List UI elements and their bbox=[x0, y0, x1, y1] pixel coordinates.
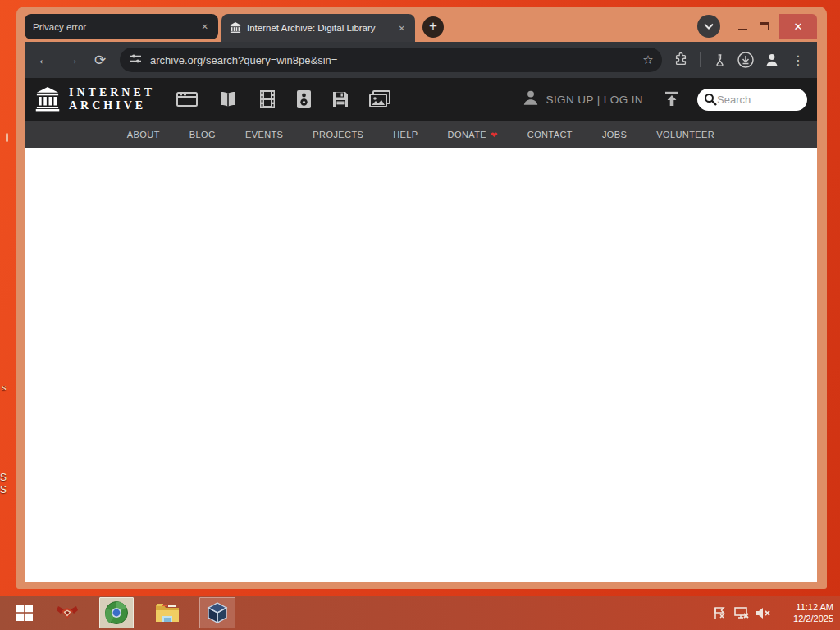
upload-icon[interactable] bbox=[663, 91, 681, 107]
taskbar-file-explorer-button[interactable] bbox=[149, 597, 185, 628]
texts-icon[interactable] bbox=[217, 90, 239, 108]
tray-network-icon[interactable] bbox=[734, 596, 750, 630]
tab-search-button[interactable] bbox=[697, 15, 720, 38]
nav-item-help[interactable]: HELP bbox=[393, 130, 418, 139]
clock-time: 11:12 AM bbox=[793, 601, 833, 613]
nav-item-projects[interactable]: PROJECTS bbox=[313, 130, 363, 139]
profile-avatar-icon[interactable] bbox=[761, 49, 783, 71]
video-icon[interactable] bbox=[258, 89, 276, 109]
media-type-icons bbox=[176, 89, 390, 109]
tab-internet-archive[interactable]: Internet Archive: Digital Library ✕ bbox=[221, 14, 415, 42]
taskbar-virtualbox-button[interactable] bbox=[199, 597, 235, 628]
nav-item-volunteer[interactable]: VOLUNTEER bbox=[656, 130, 714, 139]
desktop-label-fragment: S bbox=[0, 472, 7, 483]
tab-close-icon[interactable]: ✕ bbox=[199, 21, 212, 33]
tab-title: Privacy error bbox=[33, 22, 199, 32]
clock-date: 12/2/2025 bbox=[793, 613, 833, 624]
browser-window: Privacy error ✕ Internet Archive: Digita… bbox=[16, 7, 827, 589]
site-search-box[interactable] bbox=[697, 89, 807, 111]
window-controls: ✕ bbox=[697, 11, 817, 42]
desktop: s S S Privacy error ✕ Internet Archive: … bbox=[0, 0, 840, 630]
bookmark-star-icon[interactable]: ☆ bbox=[637, 52, 659, 67]
desktop-icon-fragment bbox=[6, 133, 8, 142]
browser-menu-icon[interactable]: ⋮ bbox=[788, 49, 809, 71]
internet-archive-nav: ABOUT BLOG EVENTS PROJECTS HELP DONATE❤ … bbox=[25, 121, 817, 148]
wordmark-line2: ARCHIVE bbox=[69, 99, 155, 112]
maximize-button[interactable] bbox=[753, 22, 774, 30]
new-tab-button[interactable]: + bbox=[422, 16, 444, 38]
address-bar[interactable]: archive.org/search?query=win8pe&sin= ☆ bbox=[120, 48, 662, 72]
nav-item-jobs[interactable]: JOBS bbox=[602, 130, 627, 139]
url-text: archive.org/search?query=win8pe&sin= bbox=[150, 54, 637, 66]
signup-login-link[interactable]: SIGN UP | LOG IN bbox=[546, 94, 643, 106]
toolbar-separator bbox=[700, 52, 701, 67]
search-icon bbox=[704, 93, 717, 106]
labs-flask-icon[interactable] bbox=[709, 49, 730, 71]
folder-icon bbox=[154, 602, 180, 623]
page-content-blank bbox=[25, 148, 817, 582]
heart-icon: ❤ bbox=[491, 130, 498, 139]
tray-action-center-icon[interactable] bbox=[713, 596, 727, 630]
tray-volume-muted-icon[interactable] bbox=[756, 596, 771, 630]
reload-button[interactable]: ⟳ bbox=[89, 48, 112, 71]
taskbar: 11:12 AM 12/2/2025 bbox=[0, 596, 840, 630]
wordmark-line1: INTERNET bbox=[69, 86, 155, 99]
tab-close-icon[interactable]: ✕ bbox=[395, 22, 409, 34]
tab-strip: Privacy error ✕ Internet Archive: Digita… bbox=[25, 11, 817, 42]
windows-logo-icon bbox=[16, 605, 33, 621]
nav-item-blog[interactable]: BLOG bbox=[189, 130, 216, 139]
site-search-input[interactable] bbox=[717, 94, 792, 106]
nav-item-contact[interactable]: CONTACT bbox=[527, 130, 573, 139]
tab-title: Internet Archive: Digital Library bbox=[247, 23, 395, 33]
images-icon[interactable] bbox=[369, 90, 390, 108]
back-button[interactable]: ← bbox=[33, 48, 56, 71]
web-icon[interactable] bbox=[176, 90, 198, 108]
desktop-label-fragment: S bbox=[0, 484, 7, 495]
nav-item-donate[interactable]: DONATE❤ bbox=[448, 130, 498, 139]
internet-archive-favicon-icon bbox=[230, 22, 241, 34]
site-info-icon[interactable] bbox=[130, 52, 142, 68]
forward-button[interactable]: → bbox=[61, 48, 84, 71]
taskbar-chrome-button[interactable] bbox=[99, 597, 134, 628]
start-button[interactable] bbox=[7, 597, 43, 628]
virtualbox-cube-icon bbox=[206, 601, 229, 624]
nav-item-events[interactable]: EVENTS bbox=[245, 130, 283, 139]
browser-toolbar: ← → ⟳ archive.org/search?query=win8pe&si… bbox=[25, 42, 817, 78]
extensions-icon[interactable] bbox=[670, 49, 692, 71]
taskbar-app-red-icon[interactable] bbox=[49, 597, 85, 628]
software-icon[interactable] bbox=[331, 90, 349, 108]
user-icon bbox=[522, 89, 540, 110]
chromium-icon bbox=[104, 600, 129, 625]
tab-privacy-error[interactable]: Privacy error ✕ bbox=[25, 14, 218, 39]
desktop-label-fragment: s bbox=[2, 382, 7, 392]
close-button[interactable]: ✕ bbox=[779, 14, 817, 39]
taskbar-clock[interactable]: 11:12 AM 12/2/2025 bbox=[793, 596, 833, 630]
downloads-icon[interactable] bbox=[735, 49, 756, 71]
temple-icon bbox=[34, 87, 61, 112]
header-right: SIGN UP | LOG IN bbox=[522, 89, 807, 111]
chevron-down-icon bbox=[704, 23, 714, 30]
minimize-button[interactable] bbox=[732, 19, 753, 34]
nav-item-about[interactable]: ABOUT bbox=[127, 130, 160, 139]
audio-icon[interactable] bbox=[296, 89, 312, 109]
internet-archive-header: INTERNET ARCHIVE SIGN UP | LOG IN bbox=[25, 78, 817, 121]
internet-archive-logo[interactable]: INTERNET ARCHIVE bbox=[34, 86, 155, 112]
